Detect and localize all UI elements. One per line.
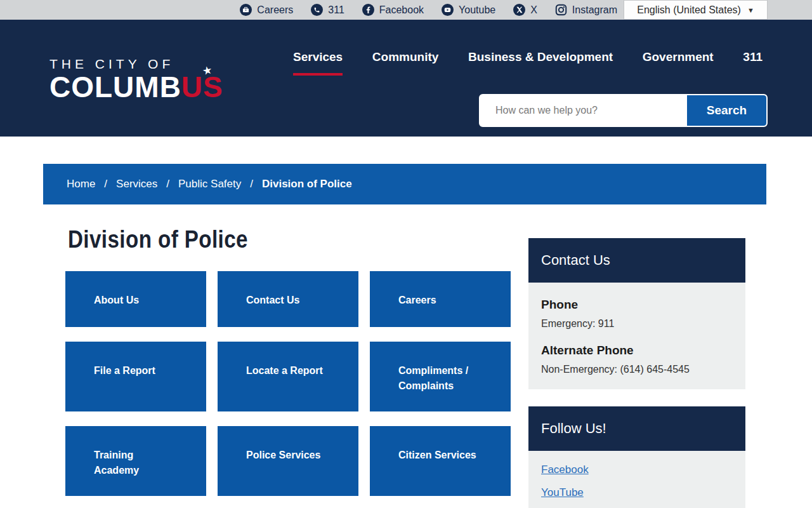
alternate-phone-value: Non-Emergency: (614) 645-4545 <box>541 364 733 375</box>
contact-us-card-body: Phone Emergency: 911 Alternate Phone Non… <box>528 283 745 389</box>
page: Careers 311 Facebook Youtube <box>0 0 812 508</box>
tile-file-a-report[interactable]: File a Report <box>65 342 206 411</box>
nav-government[interactable]: Government <box>643 50 714 76</box>
contact-us-card-title: Contact Us <box>528 238 745 283</box>
breadcrumb-separator: / <box>250 178 253 190</box>
alternate-phone-heading: Alternate Phone <box>541 344 733 358</box>
tile-compliments-complaints[interactable]: Compliments / Complaints <box>370 342 511 411</box>
logo-us: US <box>181 70 223 104</box>
follow-us-card-body: Facebook YouTube <box>528 451 745 508</box>
tile-careers[interactable]: Careers <box>370 271 511 327</box>
youtube-label: Youtube <box>459 4 495 16</box>
logo-line1: THE CITY OF <box>49 57 246 72</box>
tile-citizen-services[interactable]: Citizen Services <box>370 426 511 496</box>
sidebar: Contact Us Phone Emergency: 911 Alternat… <box>528 238 745 508</box>
nav-services[interactable]: Services <box>293 50 343 76</box>
tile-locate-a-report[interactable]: Locate a Report <box>218 342 358 411</box>
tile-training-academy[interactable]: Training Academy <box>65 426 206 496</box>
nav-community[interactable]: Community <box>372 50 439 76</box>
phone-value: Emergency: 911 <box>541 318 733 330</box>
language-selector[interactable]: English (United States) ▼ <box>624 0 768 20</box>
youtube-link[interactable]: Youtube <box>442 4 495 16</box>
youtube-follow-link[interactable]: YouTube <box>541 486 733 499</box>
breadcrumb-separator: / <box>166 178 169 190</box>
breadcrumb: Home / Services / Public Safety / Divisi… <box>43 164 766 204</box>
nav-311[interactable]: 311 <box>743 50 763 76</box>
youtube-icon <box>442 4 454 16</box>
instagram-icon <box>555 4 567 16</box>
search-button[interactable]: Search <box>687 95 766 126</box>
star-icon: ★ <box>202 65 213 76</box>
facebook-icon <box>362 4 374 16</box>
chevron-down-icon: ▼ <box>747 6 754 14</box>
nav-business-development[interactable]: Business & Development <box>468 50 613 76</box>
facebook-follow-link[interactable]: Facebook <box>541 464 733 476</box>
breadcrumb-current: Division of Police <box>262 178 352 190</box>
instagram-label: Instagram <box>572 4 617 16</box>
x-icon <box>513 4 525 16</box>
site-header: THE CITY OF COLUMBUS★ Services Community… <box>0 20 812 137</box>
x-link[interactable]: X <box>513 4 537 16</box>
search-bar: Search <box>479 94 768 127</box>
breadcrumb-services[interactable]: Services <box>116 178 157 190</box>
city-of-columbus-logo[interactable]: THE CITY OF COLUMBUS★ <box>49 57 246 102</box>
breadcrumb-separator: / <box>104 178 107 190</box>
three-one-one-link[interactable]: 311 <box>311 4 344 16</box>
tile-contact-us[interactable]: Contact Us <box>218 271 358 327</box>
page-title: Division of Police <box>68 225 248 253</box>
tile-about-us[interactable]: About Us <box>65 271 206 327</box>
main-nav: Services Community Business & Developmen… <box>293 50 763 76</box>
facebook-link[interactable]: Facebook <box>362 4 424 16</box>
search-input[interactable] <box>480 95 687 126</box>
follow-us-card-title: Follow Us! <box>528 406 745 451</box>
tile-police-services[interactable]: Police Services <box>218 426 358 496</box>
phone-heading: Phone <box>541 298 733 312</box>
breadcrumb-home[interactable]: Home <box>67 178 95 190</box>
x-label: X <box>530 4 537 16</box>
contact-us-card: Contact Us Phone Emergency: 911 Alternat… <box>528 238 745 389</box>
language-selector-value: English (United States) <box>637 4 741 16</box>
quick-links-grid: About Us Contact Us Careers File a Repor… <box>65 271 511 496</box>
alternate-phone-section: Alternate Phone Non-Emergency: (614) 645… <box>541 344 733 375</box>
careers-link[interactable]: Careers <box>240 4 293 16</box>
careers-label: Careers <box>257 4 293 16</box>
breadcrumb-public-safety[interactable]: Public Safety <box>178 178 241 190</box>
utility-links: Careers 311 Facebook Youtube <box>240 0 617 20</box>
phone-section: Phone Emergency: 911 <box>541 298 733 330</box>
logo-columb: COLUMB <box>49 70 181 104</box>
instagram-link[interactable]: Instagram <box>555 4 617 16</box>
briefcase-icon <box>240 4 252 16</box>
logo-line2: COLUMBUS★ <box>49 72 246 102</box>
utility-bar: Careers 311 Facebook Youtube <box>0 0 812 20</box>
phone-icon <box>311 4 323 16</box>
facebook-label: Facebook <box>379 4 424 16</box>
follow-us-card: Follow Us! Facebook YouTube <box>528 406 745 508</box>
three-one-one-label: 311 <box>328 4 344 16</box>
